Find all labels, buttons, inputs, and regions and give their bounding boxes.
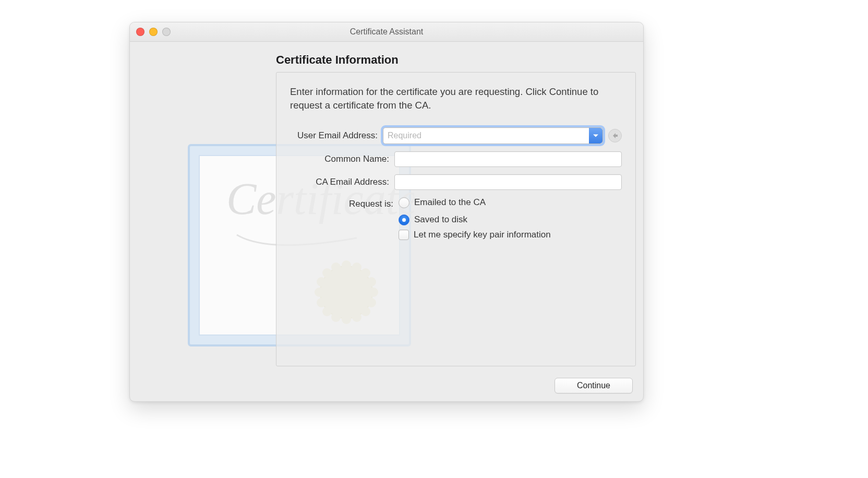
window-title: Certificate Assistant: [350, 27, 424, 37]
back-button[interactable]: [608, 129, 622, 142]
form-panel: Enter information for the certificate yo…: [276, 72, 636, 366]
instructions-text: Enter information for the certificate yo…: [290, 85, 622, 113]
content-area: Certificate: [130, 42, 643, 402]
row-user-email: User Email Address:: [290, 127, 622, 144]
checkbox-keypair-icon: [399, 230, 409, 240]
ca-email-input[interactable]: [394, 174, 622, 190]
option-saved-label: Saved to disk: [414, 214, 467, 225]
common-name-input[interactable]: [394, 151, 622, 167]
options-column: Saved to disk Let me specify key pair in…: [399, 214, 622, 240]
label-user-email: User Email Address:: [290, 130, 383, 141]
user-email-combobox[interactable]: [383, 127, 603, 144]
footer: Continue: [554, 378, 633, 393]
radio-saved-icon: [399, 214, 409, 225]
titlebar: Certificate Assistant: [130, 22, 643, 42]
keypair-label: Let me specify key pair information: [414, 230, 551, 240]
user-email-dropdown-button[interactable]: [589, 128, 602, 144]
option-emailed-to-ca[interactable]: Emailed to the CA: [399, 197, 486, 208]
row-common-name: Common Name:: [290, 151, 622, 167]
continue-button[interactable]: Continue: [554, 378, 633, 393]
maximize-window-button[interactable]: [162, 28, 171, 36]
arrow-left-icon: [612, 133, 618, 139]
close-window-button[interactable]: [136, 28, 144, 36]
row-request-is: Request is: Emailed to the CA: [290, 197, 622, 211]
chevron-down-icon: [593, 133, 599, 139]
label-ca-email: CA Email Address:: [290, 177, 394, 187]
certificate-assistant-window: Certificate Assistant Certificate: [129, 22, 644, 402]
section-heading: Certificate Information: [276, 53, 399, 67]
label-request-is: Request is:: [290, 199, 399, 209]
option-emailed-label: Emailed to the CA: [414, 197, 486, 208]
row-ca-email: CA Email Address:: [290, 174, 622, 190]
option-keypair[interactable]: Let me specify key pair information: [399, 230, 622, 240]
minimize-window-button[interactable]: [149, 28, 158, 36]
label-common-name: Common Name:: [290, 154, 394, 164]
window-controls: [136, 28, 171, 36]
radio-emailed-icon: [399, 197, 409, 208]
user-email-input[interactable]: [383, 128, 589, 144]
option-saved-to-disk[interactable]: Saved to disk: [399, 214, 622, 225]
